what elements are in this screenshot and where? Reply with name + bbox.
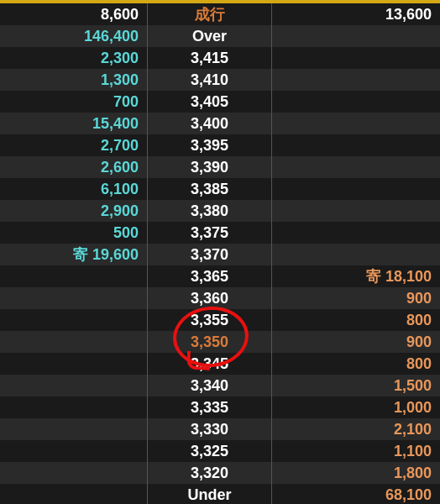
buy-qty: 寄 18,100 (272, 265, 440, 287)
sell-qty (0, 440, 148, 462)
order-book-row[interactable]: 5003,375 (0, 222, 440, 244)
header-row: 8,600 成行 13,600 (0, 3, 440, 25)
sell-qty: 2,300 (0, 47, 148, 69)
order-book-row[interactable]: 146,400Over (0, 25, 440, 47)
buy-qty: 900 (272, 331, 440, 353)
order-book-row[interactable]: 3,3251,100 (0, 440, 440, 462)
order-book-row[interactable]: 3,350900 (0, 331, 440, 353)
price-level: 3,380 (148, 200, 272, 222)
price-level: 3,390 (148, 156, 272, 178)
price-level: 3,365 (148, 265, 272, 287)
sell-qty (0, 462, 148, 484)
price-level: 3,395 (148, 134, 272, 156)
buy-qty (272, 69, 440, 91)
price-level: 3,355 (148, 309, 272, 331)
order-book-row[interactable]: 2,3003,415 (0, 47, 440, 69)
sell-qty: 700 (0, 91, 148, 113)
buy-qty (272, 200, 440, 222)
sell-qty: 寄 19,600 (0, 244, 148, 265)
price-level: 3,405 (148, 91, 272, 113)
price-level: 3,400 (148, 113, 272, 134)
order-book-row[interactable]: 2,7003,395 (0, 134, 440, 156)
price-level: 3,415 (148, 47, 272, 69)
buy-qty: 1,000 (272, 396, 440, 418)
price-level: 3,335 (148, 396, 272, 418)
buy-qty (272, 91, 440, 113)
order-book-row[interactable]: 3,355800 (0, 309, 440, 331)
buy-qty: 2,100 (272, 418, 440, 440)
buy-qty: 1,500 (272, 375, 440, 396)
sell-qty: 2,600 (0, 156, 148, 178)
order-book-row[interactable]: 6,1003,385 (0, 178, 440, 200)
order-book-row[interactable]: Under68,100 (0, 484, 440, 504)
price-level: 3,325 (148, 440, 272, 462)
header-buy: 13,600 (272, 3, 440, 25)
price-level: 3,350 (148, 331, 272, 353)
sell-qty (0, 484, 148, 504)
buy-qty (272, 25, 440, 47)
buy-qty: 800 (272, 309, 440, 331)
price-level: 3,320 (148, 462, 272, 484)
price-level: 3,345 (148, 353, 272, 375)
sell-qty: 2,700 (0, 134, 148, 156)
price-level: 3,375 (148, 222, 272, 244)
price-level: Under (148, 484, 272, 504)
sell-qty (0, 309, 148, 331)
price-level: 3,370 (148, 244, 272, 265)
header-price-label: 成行 (148, 3, 272, 25)
order-book-row[interactable]: 3,3401,500 (0, 375, 440, 396)
price-level: 3,360 (148, 287, 272, 309)
header-sell: 8,600 (0, 3, 148, 25)
sell-qty: 1,300 (0, 69, 148, 91)
buy-qty: 900 (272, 287, 440, 309)
price-level: 3,330 (148, 418, 272, 440)
sell-qty (0, 418, 148, 440)
buy-qty (272, 47, 440, 69)
buy-qty: 1,100 (272, 440, 440, 462)
buy-qty (272, 156, 440, 178)
buy-qty (272, 244, 440, 265)
buy-qty (272, 134, 440, 156)
order-book-row[interactable]: 3,345800 (0, 353, 440, 375)
sell-qty (0, 331, 148, 353)
sell-qty: 6,100 (0, 178, 148, 200)
buy-qty: 68,100 (272, 484, 440, 504)
order-book-row[interactable]: 15,4003,400 (0, 113, 440, 134)
order-book-row[interactable]: 3,3351,000 (0, 396, 440, 418)
price-level: 3,340 (148, 375, 272, 396)
buy-qty (272, 113, 440, 134)
sell-qty (0, 396, 148, 418)
sell-qty (0, 375, 148, 396)
price-level: Over (148, 25, 272, 47)
order-book-row[interactable]: 3,360900 (0, 287, 440, 309)
sell-qty: 146,400 (0, 25, 148, 47)
order-book-row[interactable]: 3,3201,800 (0, 462, 440, 484)
order-book-row[interactable]: 1,3003,410 (0, 69, 440, 91)
sell-qty (0, 265, 148, 287)
order-book-row[interactable]: 7003,405 (0, 91, 440, 113)
price-level: 3,385 (148, 178, 272, 200)
buy-qty: 800 (272, 353, 440, 375)
sell-qty: 500 (0, 222, 148, 244)
order-book-table: 8,600 成行 13,600 146,400Over2,3003,4151,3… (0, 3, 440, 504)
price-level: 3,410 (148, 69, 272, 91)
sell-qty (0, 287, 148, 309)
order-book-row[interactable]: 2,6003,390 (0, 156, 440, 178)
order-book-row[interactable]: 3,365寄 18,100 (0, 265, 440, 287)
buy-qty: 1,800 (272, 462, 440, 484)
order-book-row[interactable]: 寄 19,6003,370 (0, 244, 440, 265)
sell-qty (0, 353, 148, 375)
order-book-row[interactable]: 2,9003,380 (0, 200, 440, 222)
buy-qty (272, 178, 440, 200)
buy-qty (272, 222, 440, 244)
sell-qty: 2,900 (0, 200, 148, 222)
sell-qty: 15,400 (0, 113, 148, 134)
order-book-row[interactable]: 3,3302,100 (0, 418, 440, 440)
